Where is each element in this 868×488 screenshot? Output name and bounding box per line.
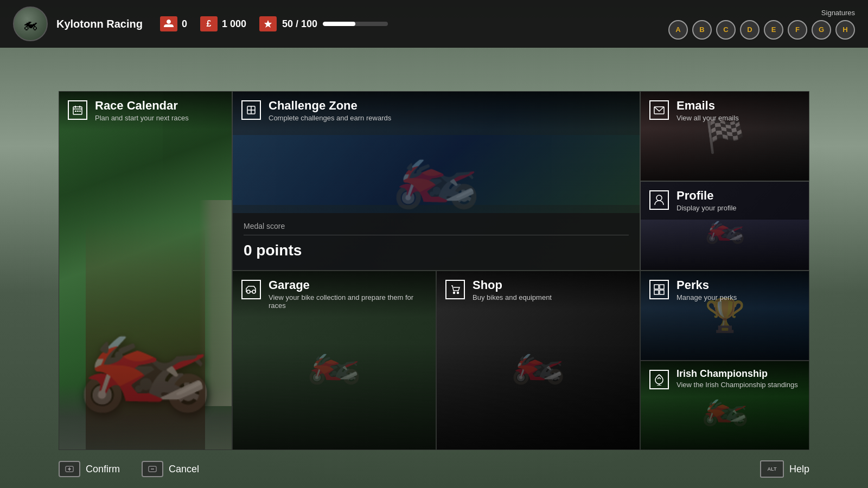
help-label: Help	[789, 464, 809, 475]
svg-rect-5	[75, 111, 76, 112]
svg-point-14	[454, 292, 455, 294]
emails-text: Emails View all your emails	[676, 99, 739, 122]
svg-rect-21	[660, 290, 664, 294]
followers-stat: 0	[160, 16, 187, 31]
medal-points: 0 points	[244, 242, 629, 259]
bottom-row: 🏍️ Garage View your bike collection an	[232, 271, 640, 450]
sig-e: E	[764, 20, 783, 40]
main-content: 🏍️ Race	[0, 48, 868, 488]
medal-label: Medal score	[244, 222, 629, 230]
profile-subtitle: Display your profile	[676, 204, 737, 212]
right-column: 🏁 Emails View all your emails	[640, 91, 809, 450]
xp-icon	[259, 16, 277, 31]
avatar: 🏍	[13, 7, 48, 41]
money-stat: £ 1 000	[200, 16, 246, 31]
svg-point-17	[656, 195, 662, 201]
sig-d: D	[740, 20, 760, 40]
emails-icon	[649, 100, 669, 120]
confirm-button[interactable]: Confirm	[59, 461, 120, 477]
svg-rect-18	[654, 285, 659, 289]
irish-championship-tile[interactable]: 🏍️ Irish Championship View the Irish Cha…	[640, 361, 809, 451]
challenge-zone-text: Challenge Zone Complete challenges and e…	[269, 99, 391, 122]
garage-title: Garage	[269, 279, 427, 292]
xp-text: 50 / 100	[282, 18, 317, 30]
svg-rect-6	[77, 111, 79, 112]
emails-header: Emails View all your emails	[641, 92, 809, 130]
challenge-center-img: 🏍️	[233, 135, 640, 205]
perks-subtitle: Manage your perks	[676, 293, 737, 301]
perks-text: Perks Manage your perks	[676, 279, 737, 301]
garage-text: Garage View your bike collection and pre…	[269, 279, 427, 310]
perks-icon	[649, 280, 669, 299]
shop-header: Shop Buy bikes and equipment	[437, 271, 640, 309]
help-icon: ALT	[760, 460, 784, 478]
profile-header: Profile Display your profile	[641, 182, 809, 220]
irish-title: Irish Championship	[676, 369, 798, 380]
followers-value: 0	[182, 18, 187, 30]
sig-a: A	[668, 20, 688, 40]
challenge-zone-header: Challenge Zone Complete challenges and e…	[233, 92, 640, 130]
irish-text: Irish Championship View the Irish Champi…	[676, 369, 798, 389]
race-calendar-subtitle: Plan and start your next races	[95, 114, 189, 122]
xp-bar-fill	[323, 22, 355, 26]
svg-point-15	[457, 292, 459, 294]
irish-icon	[649, 370, 669, 389]
shop-text: Shop Buy bikes and equipment	[473, 279, 552, 301]
profile-tile[interactable]: 🏍️ Profile Display your profile	[640, 181, 809, 271]
race-calendar-tile[interactable]: 🏍️ Race	[59, 91, 232, 450]
money-icon: £	[200, 16, 218, 31]
irish-subtitle: View the Irish Championship standings	[676, 381, 798, 389]
help-button[interactable]: ALT Help	[760, 460, 809, 478]
svg-point-11	[247, 290, 250, 293]
signatures-icons: A B C D E F G H	[668, 20, 855, 40]
medal-section: Medal score 0 points	[233, 213, 640, 270]
emails-title: Emails	[676, 99, 739, 112]
signatures-label: Signatures	[821, 9, 855, 17]
shop-icon	[445, 280, 465, 299]
svg-marker-0	[264, 20, 272, 28]
race-calendar-rider: 🏍️	[59, 92, 232, 450]
sig-c: C	[716, 20, 736, 40]
garage-header: Garage View your bike collection and pre…	[233, 271, 436, 317]
garage-tile[interactable]: 🏍️ Garage View your bike collection an	[232, 271, 436, 450]
cancel-button[interactable]: Cancel	[142, 461, 199, 477]
sig-g: G	[812, 20, 831, 40]
sig-h: H	[835, 20, 855, 40]
cancel-label: Cancel	[169, 464, 199, 475]
challenge-zone-title: Challenge Zone	[269, 99, 391, 112]
signatures-block: Signatures A B C D E F G H	[668, 9, 855, 40]
money-value: 1 000	[222, 18, 246, 30]
challenge-zone-icon	[241, 100, 261, 120]
challenge-zone-tile[interactable]: 🏍️ Challenge Zone Complete challenges an…	[232, 91, 640, 271]
profile-text: Profile Display your profile	[676, 189, 737, 212]
garage-icon	[241, 280, 261, 299]
race-calendar-text: Race Calendar Plan and start your next r…	[95, 99, 189, 122]
svg-rect-20	[654, 290, 659, 294]
footer: Confirm Cancel ALT Help	[0, 450, 868, 488]
menu-grid: 🏍️ Race	[59, 91, 809, 450]
xp-bar	[323, 22, 388, 26]
svg-line-25	[659, 377, 661, 379]
emails-tile[interactable]: 🏁 Emails View all your emails	[640, 91, 809, 181]
race-calendar-title: Race Calendar	[95, 99, 189, 112]
irish-header: Irish Championship View the Irish Champi…	[641, 361, 809, 397]
shop-title: Shop	[473, 279, 552, 292]
shop-subtitle: Buy bikes and equipment	[473, 293, 552, 301]
race-calendar-icon	[68, 100, 87, 120]
medal-divider	[244, 235, 629, 235]
profile-icon	[649, 190, 669, 210]
cancel-icon	[142, 461, 163, 477]
profile-title: Profile	[676, 189, 737, 202]
confirm-icon	[59, 461, 80, 477]
race-calendar-header: Race Calendar Plan and start your next r…	[59, 92, 232, 130]
perks-header: Perks Manage your perks	[641, 271, 809, 309]
garage-subtitle: View your bike collection and prepare th…	[269, 293, 427, 310]
challenge-zone-subtitle: Complete challenges and earn rewards	[269, 114, 391, 122]
svg-rect-7	[79, 111, 81, 112]
confirm-label: Confirm	[86, 464, 120, 475]
perks-tile[interactable]: 🏆 Perks Manage your perks	[640, 271, 809, 361]
xp-block: 50 / 100	[259, 16, 388, 31]
shop-tile[interactable]: 🏍️ Shop Buy bikes and equipment	[436, 271, 640, 450]
emails-subtitle: View all your emails	[676, 114, 739, 122]
topbar: 🏍 Kylotonn Racing 0 £ 1 000 50 / 100 Sig…	[0, 0, 868, 48]
